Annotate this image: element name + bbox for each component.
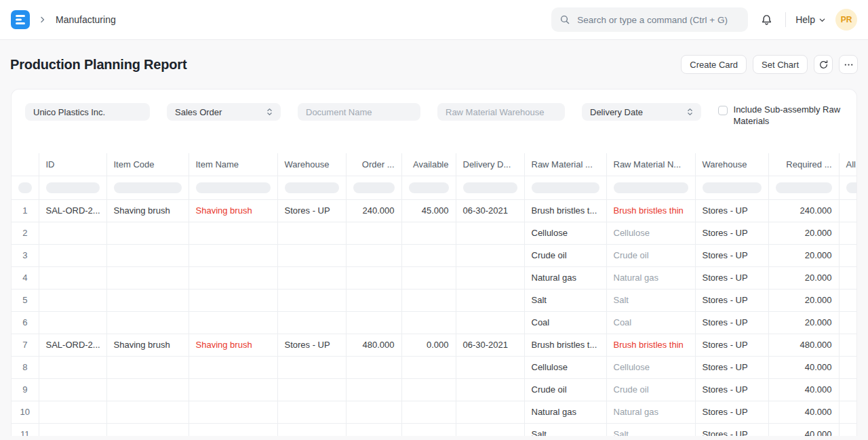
table-cell[interactable]: 20.000	[768, 311, 839, 334]
table-cell[interactable]: Natural gas	[524, 266, 606, 289]
table-cell[interactable]: 240.000	[768, 199, 839, 222]
table-cell[interactable]: Salt	[606, 289, 695, 311]
include-subassembly-checkbox[interactable]	[718, 106, 728, 115]
table-cell[interactable]	[401, 401, 456, 423]
table-cell[interactable]	[839, 356, 856, 378]
table-cell[interactable]	[456, 378, 524, 401]
table-cell[interactable]	[839, 199, 856, 222]
table-cell[interactable]	[456, 423, 524, 436]
table-cell[interactable]: SAL-ORD-2...	[39, 334, 106, 356]
column-filter-input[interactable]	[614, 182, 688, 193]
table-cell[interactable]	[839, 401, 856, 423]
row-number-cell[interactable]: 1	[12, 199, 39, 222]
table-cell[interactable]	[39, 356, 106, 378]
table-cell[interactable]: 45.000	[401, 199, 456, 222]
table-cell[interactable]	[839, 289, 856, 311]
table-cell[interactable]	[839, 311, 856, 334]
table-cell[interactable]: Shaving brush	[189, 199, 277, 222]
table-cell[interactable]	[456, 289, 524, 311]
table-cell[interactable]: 20.000	[768, 289, 839, 311]
table-cell[interactable]	[189, 289, 277, 311]
table-cell[interactable]	[456, 244, 524, 266]
table-cell[interactable]: Salt	[524, 423, 606, 436]
table-cell[interactable]	[189, 356, 277, 378]
table-cell[interactable]: 20.000	[768, 222, 839, 244]
table-cell[interactable]: 40.000	[768, 423, 839, 436]
table-cell[interactable]: 06-30-2021	[456, 334, 524, 356]
table-cell[interactable]: Crude oil	[524, 244, 606, 266]
table-cell[interactable]	[39, 378, 106, 401]
table-cell[interactable]: Cellulose	[606, 356, 695, 378]
table-cell[interactable]: Stores - UP	[277, 334, 346, 356]
table-cell[interactable]: Stores - UP	[695, 311, 768, 334]
table-cell[interactable]	[277, 244, 346, 266]
table-cell[interactable]: Stores - UP	[695, 401, 768, 423]
table-cell[interactable]: Cellulose	[524, 222, 606, 244]
table-cell[interactable]	[401, 356, 456, 378]
row-number-cell[interactable]: 2	[12, 222, 39, 244]
table-cell[interactable]	[189, 244, 277, 266]
table-cell[interactable]	[456, 401, 524, 423]
table-cell[interactable]: 40.000	[768, 356, 839, 378]
table-cell[interactable]	[39, 266, 106, 289]
company-filter-input[interactable]	[25, 103, 150, 121]
column-filter-input[interactable]	[196, 182, 271, 193]
column-header[interactable]: Item Code	[106, 153, 189, 176]
table-cell[interactable]: Crude oil	[606, 378, 695, 401]
search-input[interactable]	[576, 14, 740, 26]
table-cell[interactable]	[277, 222, 346, 244]
table-cell[interactable]	[346, 311, 401, 334]
column-header[interactable]: Required ...	[768, 153, 839, 176]
table-cell[interactable]: 480.000	[768, 334, 839, 356]
table-cell[interactable]	[346, 244, 401, 266]
breadcrumb[interactable]: Manufacturing	[56, 14, 116, 25]
row-number-cell[interactable]: 10	[12, 401, 39, 423]
set-chart-button[interactable]: Set Chart	[753, 55, 808, 74]
row-number-header[interactable]	[12, 153, 39, 176]
column-header[interactable]: Warehouse	[695, 153, 768, 176]
document-name-filter-input[interactable]	[298, 103, 420, 121]
table-cell[interactable]	[277, 423, 346, 436]
column-header[interactable]: Available	[401, 153, 456, 176]
table-cell[interactable]	[106, 222, 189, 244]
column-filter-input[interactable]	[114, 182, 182, 193]
table-cell[interactable]	[277, 266, 346, 289]
table-cell[interactable]	[39, 401, 106, 423]
table-cell[interactable]	[456, 311, 524, 334]
column-header[interactable]: All	[839, 153, 856, 176]
table-cell[interactable]	[39, 289, 106, 311]
column-header[interactable]: Raw Material ...	[524, 153, 606, 176]
table-cell[interactable]	[277, 356, 346, 378]
table-cell[interactable]	[346, 378, 401, 401]
table-cell[interactable]	[189, 378, 277, 401]
help-menu[interactable]: Help	[795, 14, 826, 25]
table-cell[interactable]: 480.000	[346, 334, 401, 356]
menu-button[interactable]	[839, 55, 858, 74]
table-cell[interactable]: 40.000	[768, 378, 839, 401]
table-cell[interactable]	[346, 356, 401, 378]
table-cell[interactable]: Coal	[606, 311, 695, 334]
table-cell[interactable]	[106, 401, 189, 423]
table-cell[interactable]	[401, 311, 456, 334]
column-filter-input[interactable]	[776, 182, 832, 193]
table-cell[interactable]	[106, 311, 189, 334]
table-cell[interactable]: 06-30-2021	[456, 199, 524, 222]
table-cell[interactable]: Brush bristles t...	[524, 334, 606, 356]
column-filter-input[interactable]	[409, 182, 449, 193]
avatar[interactable]: PR	[835, 9, 857, 31]
row-number-cell[interactable]: 7	[12, 334, 39, 356]
table-cell[interactable]: Salt	[524, 289, 606, 311]
column-header[interactable]: Item Name	[189, 153, 277, 176]
table-cell[interactable]: 20.000	[768, 266, 839, 289]
table-cell[interactable]	[189, 222, 277, 244]
table-cell[interactable]: SAL-ORD-2...	[39, 199, 106, 222]
table-cell[interactable]: Coal	[524, 311, 606, 334]
table-cell[interactable]: 0.000	[401, 334, 456, 356]
table-cell[interactable]: Cellulose	[606, 222, 695, 244]
table-cell[interactable]	[277, 311, 346, 334]
table-cell[interactable]: Stores - UP	[695, 266, 768, 289]
table-cell[interactable]	[189, 266, 277, 289]
table-cell[interactable]: Stores - UP	[695, 334, 768, 356]
table-cell[interactable]	[277, 378, 346, 401]
table-cell[interactable]	[106, 244, 189, 266]
